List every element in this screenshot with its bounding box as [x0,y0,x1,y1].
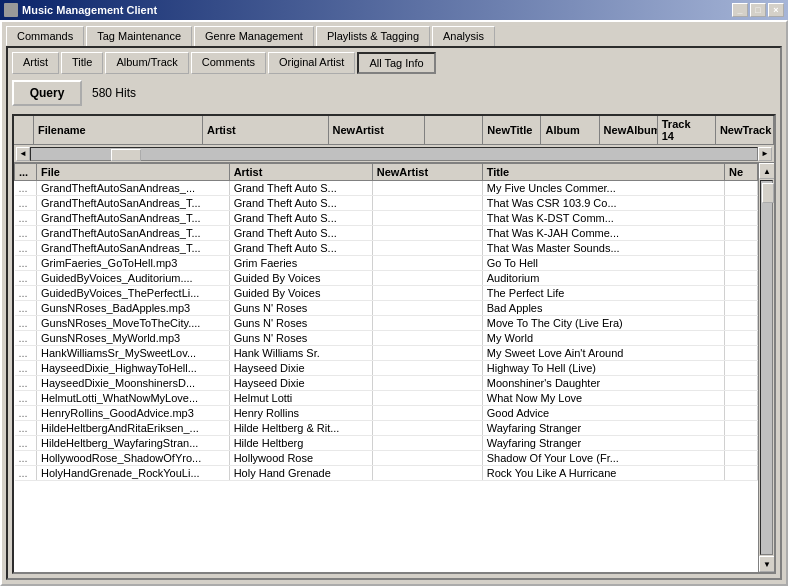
column-headers: Filename Artist NewArtist NewTitle Album… [14,116,774,145]
cell-num: ... [15,256,37,271]
col-header-track[interactable]: Track 14 [658,116,716,144]
th-artist[interactable]: Artist [229,164,372,181]
tab-all-tag-info[interactable]: All Tag Info [357,52,435,74]
table-row[interactable]: ... GrandTheftAutoSanAndreas_T... Grand … [15,226,758,241]
cell-ne [724,391,757,406]
maximize-button[interactable]: □ [750,3,766,17]
tab-album-track[interactable]: Album/Track [105,52,188,74]
hscroll-left-button[interactable]: ◄ [16,147,30,161]
cell-ne [724,376,757,391]
th-newartist[interactable]: NewArtist [372,164,482,181]
cell-title: That Was K-DST Comm... [482,211,724,226]
cell-file: HankWilliamsSr_MySweetLov... [37,346,230,361]
hscroll-area: ◄ ► [14,145,774,163]
vscroll-up-button[interactable]: ▲ [759,163,774,179]
cell-num: ... [15,316,37,331]
cell-artist: Grand Theft Auto S... [229,226,372,241]
col-header-newtitle[interactable]: NewTitle [483,116,541,144]
cell-newartist [372,421,482,436]
cell-title: Go To Hell [482,256,724,271]
cell-ne [724,241,757,256]
table-row[interactable]: ... HayseedDixie_HighwayToHell... Haysee… [15,361,758,376]
cell-ne [724,361,757,376]
col-header-filename[interactable]: Filename [34,116,203,144]
col-header-album[interactable]: Album [541,116,599,144]
table-row[interactable]: ... GrimFaeries_GoToHell.mp3 Grim Faerie… [15,256,758,271]
table-row[interactable]: ... GuidedByVoices_ThePerfectLi... Guide… [15,286,758,301]
cell-ne [724,316,757,331]
tab-original-artist[interactable]: Original Artist [268,52,355,74]
table-row[interactable]: ... HayseedDixie_MoonshinersD... Hayseed… [15,376,758,391]
cell-ne [724,286,757,301]
table-row[interactable]: ... GrandTheftAutoSanAndreas_T... Grand … [15,196,758,211]
cell-title: That Was Master Sounds... [482,241,724,256]
tab-genre-management[interactable]: Genre Management [194,26,314,46]
cell-file: HolyHandGrenade_RockYouLi... [37,466,230,481]
cell-newartist [372,376,482,391]
close-button[interactable]: × [768,3,784,17]
cell-num: ... [15,331,37,346]
hscroll-thumb[interactable] [111,149,141,161]
cell-file: GuidedByVoices_ThePerfectLi... [37,286,230,301]
cell-title: That Was CSR 103.9 Co... [482,196,724,211]
tab-analysis[interactable]: Analysis [432,26,495,46]
table-row[interactable]: ... HolyHandGrenade_RockYouLi... Holy Ha… [15,466,758,481]
vscroll-thumb[interactable] [762,183,774,203]
cell-num: ... [15,421,37,436]
sub-tab-bar: Artist Title Album/Track Comments Origin… [12,52,776,74]
col-header-num [14,116,34,144]
tab-commands[interactable]: Commands [6,26,84,46]
table-row[interactable]: ... GuidedByVoices_Auditorium.... Guided… [15,271,758,286]
tab-artist[interactable]: Artist [12,52,59,74]
table-row[interactable]: ... HildeHeltberg_WayfaringStran... Hild… [15,436,758,451]
table-row[interactable]: ... GrandTheftAutoSanAndreas_T... Grand … [15,211,758,226]
col-header-artist[interactable]: Artist [203,116,329,144]
table-row[interactable]: ... GunsNRoses_MoveToTheCity.... Guns N'… [15,316,758,331]
cell-ne [724,256,757,271]
cell-newartist [372,466,482,481]
table-row[interactable]: ... HollywoodRose_ShadowOfYro... Hollywo… [15,451,758,466]
cell-title: That Was K-JAH Comme... [482,226,724,241]
cell-title: Moonshiner's Daughter [482,376,724,391]
table-row[interactable]: ... GunsNRoses_MyWorld.mp3 Guns N' Roses… [15,331,758,346]
cell-title: My World [482,331,724,346]
th-file[interactable]: File [37,164,230,181]
minimize-button[interactable]: _ [732,3,748,17]
col-header-newtrack[interactable]: NewTrack [716,116,774,144]
table-row[interactable]: ... HankWilliamsSr_MySweetLov... Hank Wi… [15,346,758,361]
cell-newartist [372,271,482,286]
tab-comments[interactable]: Comments [191,52,266,74]
data-area: ... File Artist NewArtist Title Ne ... G… [14,163,774,572]
vscroll-down-button[interactable]: ▼ [759,556,774,572]
cell-artist: Holy Hand Grenade [229,466,372,481]
app-icon [4,3,18,17]
th-title[interactable]: Title [482,164,724,181]
table-row[interactable]: ... GrandTheftAutoSanAndreas_... Grand T… [15,181,758,196]
table-row[interactable]: ... GunsNRoses_BadApples.mp3 Guns N' Ros… [15,301,758,316]
hscroll-track[interactable] [30,147,758,161]
cell-title: Move To The City (Live Era) [482,316,724,331]
table-row[interactable]: ... HenryRollins_GoodAdvice.mp3 Henry Ro… [15,406,758,421]
cell-ne [724,196,757,211]
vscroll-track[interactable] [760,180,773,555]
col-header-newalbum[interactable]: NewAlbum [600,116,658,144]
data-table: ... File Artist NewArtist Title Ne ... G… [14,163,758,481]
tab-tag-maintenance[interactable]: Tag Maintenance [86,26,192,46]
cell-title: Shadow Of Your Love (Fr... [482,451,724,466]
cell-newartist [372,331,482,346]
tab-playlists-tagging[interactable]: Playlists & Tagging [316,26,430,46]
table-row[interactable]: ... HelmutLotti_WhatNowMyLove... Helmut … [15,391,758,406]
cell-artist: Hilde Heltberg & Rit... [229,421,372,436]
cell-num: ... [15,451,37,466]
table-row[interactable]: ... HildeHeltbergAndRitaEriksen_... Hild… [15,421,758,436]
cell-num: ... [15,271,37,286]
cell-artist: Hayseed Dixie [229,361,372,376]
tab-title[interactable]: Title [61,52,103,74]
query-button[interactable]: Query [12,80,82,106]
cell-file: HelmutLotti_WhatNowMyLove... [37,391,230,406]
th-ne[interactable]: Ne [724,164,757,181]
hscroll-right-button[interactable]: ► [758,147,772,161]
col-header-newartist[interactable]: NewArtist [329,116,426,144]
table-row[interactable]: ... GrandTheftAutoSanAndreas_T... Grand … [15,241,758,256]
cell-file: HenryRollins_GoodAdvice.mp3 [37,406,230,421]
